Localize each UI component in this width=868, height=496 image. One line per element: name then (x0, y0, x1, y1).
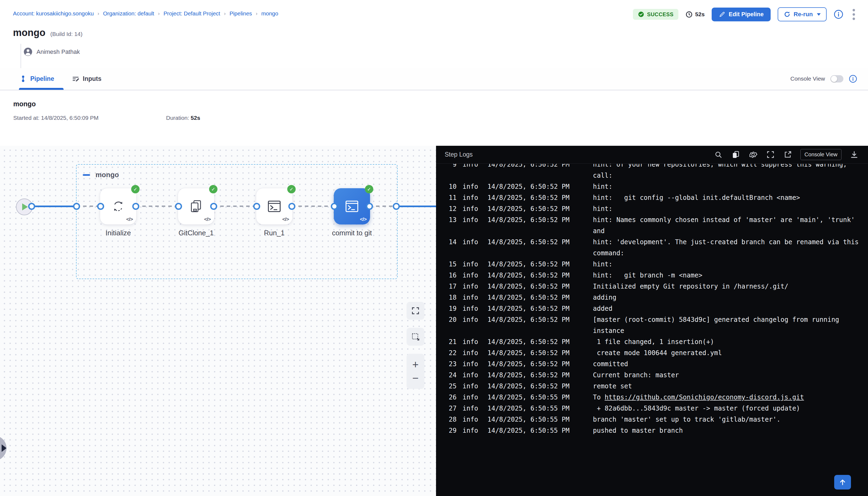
log-timestamp: 14/8/2025, 6:50:55 PM (487, 392, 571, 403)
log-line-number: 13 (441, 215, 456, 237)
log-row: 9info14/8/2025, 6:50:52 PMhint: of your … (441, 164, 868, 181)
log-level: info (463, 381, 477, 392)
fullscreen-icon[interactable] (766, 150, 775, 159)
scroll-to-top-button[interactable] (834, 475, 851, 490)
log-message: pushed to master branch (593, 425, 868, 436)
connector-dot (288, 203, 295, 210)
step-logs-toolbar: Console View (714, 149, 859, 160)
tab-inputs[interactable]: Inputs (72, 68, 102, 89)
log-line-number: 24 (441, 370, 456, 381)
console-view-button[interactable]: Console View (800, 149, 841, 160)
console-view-toggle[interactable] (831, 75, 843, 82)
stage-name: mongo (13, 100, 36, 108)
started-at: Started at: 14/8/2025, 6:50:09 PM (13, 115, 166, 121)
console-view-control: Console View (790, 68, 857, 89)
log-timestamp: 14/8/2025, 6:50:52 PM (487, 181, 571, 192)
log-row: 15info14/8/2025, 6:50:52 PMhint: (441, 259, 868, 270)
rerun-button[interactable]: Re-run (778, 7, 827, 21)
rerun-icon (784, 11, 791, 18)
connector-dot (28, 203, 35, 210)
info-icon[interactable] (849, 75, 857, 83)
settings-gear-icon[interactable] (748, 150, 758, 159)
log-message: hint: of your new repositories, which wi… (593, 164, 868, 181)
log-row: 13info14/8/2025, 6:50:52 PMhint: Names c… (441, 215, 868, 237)
log-line-number: 27 (441, 403, 456, 414)
tab-pipeline[interactable]: Pipeline (19, 68, 54, 89)
step-label: GitClone_1 (179, 229, 214, 237)
log-level: info (463, 370, 477, 381)
log-message: hint: (593, 203, 868, 215)
author-row: Animesh Pathak (23, 47, 80, 57)
log-level: info (463, 403, 477, 414)
open-external-icon[interactable] (783, 150, 792, 159)
log-message: 1 file changed, 1 insertion(+) (593, 337, 868, 347)
canvas-select-button[interactable] (406, 328, 424, 346)
info-icon[interactable] (834, 10, 843, 19)
edit-pipeline-button[interactable]: Edit Pipeline (712, 7, 771, 21)
pipeline-step-commit-to-git[interactable]: ✓ </>commit to git (334, 188, 370, 224)
log-row: 19info14/8/2025, 6:50:52 PMadded (441, 303, 868, 314)
log-message: hint: (593, 259, 868, 270)
log-level: info (463, 303, 477, 314)
log-level: info (463, 314, 477, 337)
step-success-badge: ✓ (131, 185, 140, 193)
collapse-icon[interactable] (83, 174, 90, 176)
play-icon (2, 444, 6, 452)
log-level: info (463, 359, 477, 370)
duration-indicator: 52s (685, 11, 704, 18)
pipeline-step-gitclone_1[interactable]: ✓ </>GitClone_1 (178, 188, 214, 224)
breadcrumb-link[interactable]: Pipelines (229, 10, 252, 17)
pipeline-execution-page: Account: kurosakiichigo.songoku›Organiza… (0, 0, 868, 496)
stage-group-label: mongo (95, 171, 119, 179)
log-level: info (463, 237, 477, 259)
edge-connector (214, 205, 257, 207)
search-icon[interactable] (714, 150, 723, 159)
breadcrumb-link[interactable]: Organization: default (103, 10, 154, 17)
log-row: 22info14/8/2025, 6:50:52 PM create mode … (441, 347, 868, 359)
log-level: info (463, 425, 477, 436)
log-message: hint: (593, 181, 868, 192)
log-timestamp: 14/8/2025, 6:50:52 PM (487, 259, 571, 270)
log-row: 28info14/8/2025, 6:50:55 PMbranch 'maste… (441, 414, 868, 425)
log-level: info (463, 414, 477, 425)
code-glyph: </> (126, 216, 133, 222)
log-level: info (463, 281, 477, 292)
log-row: 29info14/8/2025, 6:50:55 PMpushed to mas… (441, 425, 868, 436)
log-timestamp: 14/8/2025, 6:50:52 PM (487, 203, 571, 215)
canvas-fullscreen-button[interactable] (406, 302, 424, 320)
build-title-row: mongo (Build Id: 14) (13, 27, 82, 38)
copy-icon[interactable] (731, 150, 740, 159)
connector-dot (331, 203, 338, 210)
log-timestamp: 14/8/2025, 6:50:52 PM (487, 303, 571, 314)
pipeline-step-run_1[interactable]: ✓ </>Run_1 (256, 188, 292, 224)
zoom-out-button[interactable]: − (406, 369, 424, 387)
stage-duration: Duration: 52s (166, 115, 200, 121)
build-id: (Build Id: 14) (50, 31, 82, 37)
log-line-number: 20 (441, 314, 456, 337)
play-icon (22, 203, 28, 211)
log-message: Current branch: master (593, 370, 868, 381)
more-options-menu[interactable] (850, 8, 857, 21)
expand-panel-handle[interactable] (0, 435, 6, 461)
breadcrumb-link[interactable]: mongo (261, 10, 278, 17)
breadcrumb-separator: › (256, 11, 258, 16)
log-row: 20info14/8/2025, 6:50:52 PM[master (root… (441, 314, 868, 337)
log-line-number: 16 (441, 270, 456, 281)
log-row: 23info14/8/2025, 6:50:52 PMcommitted (441, 359, 868, 370)
log-line-number: 21 (441, 337, 456, 347)
canvas-zoom-controls: + − (406, 354, 424, 389)
pipeline-canvas[interactable]: mongo ✓ </>Initialize✓ </>GitClone_1✓ </… (0, 146, 436, 496)
pipeline-step-initialize[interactable]: ✓ </>Initialize (100, 188, 136, 224)
download-icon[interactable] (850, 150, 859, 159)
stage-group-header[interactable]: mongo (83, 171, 119, 179)
log-line-number: 9 (441, 164, 456, 181)
breadcrumb-link[interactable]: Account: kurosakiichigo.songoku (13, 10, 94, 17)
log-output[interactable]: 9info14/8/2025, 6:50:52 PMhint: of your … (436, 164, 868, 496)
breadcrumb-link[interactable]: Project: Default Project (164, 10, 220, 17)
log-url-link[interactable]: https://github.com/Sonichigo/economy-dis… (605, 393, 804, 401)
edge-connector (370, 205, 396, 207)
log-line-number: 11 (441, 192, 456, 203)
step-label: commit to git (332, 229, 372, 237)
connector-dot (175, 203, 182, 210)
log-message: hint: 'development'. The just-created br… (593, 237, 868, 259)
